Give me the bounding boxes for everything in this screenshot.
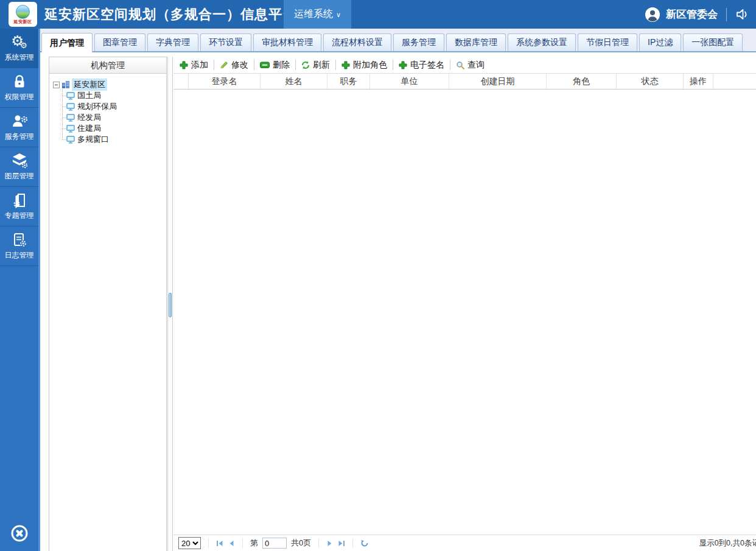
tab-process-materials[interactable]: 流程材料设置 — [323, 33, 391, 51]
tab-step-settings[interactable]: 环节设置 — [200, 33, 251, 51]
gears-icon: ⚙⚙ — [11, 34, 27, 50]
user-avatar-icon — [645, 7, 660, 23]
tab-ip-filter[interactable]: IP过滤 — [639, 33, 681, 51]
plus-cross-icon — [341, 61, 350, 69]
refresh-icon — [301, 61, 310, 69]
monitor-icon — [66, 114, 75, 122]
empty-table-body — [173, 89, 756, 535]
page-size-select[interactable]: 20 — [178, 537, 201, 549]
system-menu-label: 运维系统 — [294, 8, 333, 21]
sidebar-item-service-management[interactable]: 服务管理 — [0, 108, 38, 147]
sidebar-item-permission-management[interactable]: 权限管理 — [0, 68, 38, 108]
column-header: 姓名 — [261, 74, 327, 89]
pagination-bar: 20 第 共0页 显示0到0,共0条记 — [173, 535, 756, 551]
monitor-icon — [66, 103, 75, 111]
column-header: 职务 — [327, 74, 370, 89]
query-button[interactable]: 查询 — [456, 60, 485, 71]
panel-gear-icon — [12, 192, 27, 208]
reload-icon[interactable] — [360, 539, 369, 547]
org-tree-panel: 机构管理 延安新区 国土局 规划环保局 — [49, 57, 167, 551]
system-menu-button[interactable]: 运维系统 ∨ — [284, 0, 351, 29]
tab-service-management[interactable]: 服务管理 — [393, 33, 444, 51]
tree-panel-title: 机构管理 — [49, 57, 166, 74]
first-page-button[interactable] — [216, 540, 223, 547]
tree-root-node[interactable]: 延安新区 — [53, 79, 163, 90]
circle-cross-icon — [10, 524, 29, 543]
column-header: 单位 — [370, 74, 449, 89]
building-icon — [61, 80, 70, 89]
toolbar: 添加 修改 删除 刷新 附加角色 电子签名 查询 — [173, 57, 756, 74]
lock-icon — [12, 74, 27, 89]
sidebar-item-layer-management[interactable]: 图层管理 — [0, 147, 38, 187]
tab-seal-management[interactable]: 图章管理 — [94, 33, 145, 51]
page-label-prefix: 第 — [250, 538, 258, 549]
tree-node[interactable]: 多规窗口 — [60, 134, 163, 145]
tabbar: 用户管理 图章管理 字典管理 环节设置 审批材料管理 流程材料设置 服务管理 数… — [40, 29, 756, 52]
monitor-icon — [66, 136, 75, 144]
column-header: 状态 — [617, 74, 684, 89]
sidebar: ⚙⚙ 系统管理 权限管理 服务管理 — [0, 29, 40, 551]
column-header: 角色 — [547, 74, 617, 89]
edit-button[interactable]: 修改 — [220, 60, 248, 71]
search-icon — [456, 61, 464, 69]
speaker-icon[interactable] — [735, 8, 750, 21]
tab-system-params[interactable]: 系统参数设置 — [508, 33, 576, 51]
layers-icon — [11, 153, 28, 169]
column-header: 创建日期 — [449, 74, 547, 89]
tab-dictionary-management[interactable]: 字典管理 — [147, 33, 198, 51]
plus-cross-icon — [180, 61, 188, 69]
tree-node[interactable]: 住建局 — [60, 123, 163, 134]
chevron-down-icon: ∨ — [336, 11, 341, 19]
plus-cross-icon — [399, 61, 407, 69]
main-panel: 添加 修改 删除 刷新 附加角色 电子签名 查询 — [173, 57, 756, 551]
tab-holiday-management[interactable]: 节假日管理 — [578, 33, 637, 51]
logo-text: 延安新区 — [14, 19, 32, 24]
checkbox-column-header — [173, 74, 189, 89]
column-header-filler — [713, 74, 756, 89]
user-name[interactable]: 新区管委会 — [666, 7, 718, 21]
refresh-button[interactable]: 刷新 — [301, 60, 330, 71]
monitor-icon — [66, 92, 75, 100]
grid-header: 登录名 姓名 职务 单位 创建日期 角色 状态 操作 — [173, 74, 756, 89]
prev-page-button[interactable] — [228, 540, 235, 547]
delete-button[interactable]: 删除 — [260, 60, 290, 71]
tab-database-management[interactable]: 数据库管理 — [446, 33, 506, 51]
tree-root-label[interactable]: 延安新区 — [72, 79, 107, 91]
tab-approval-materials[interactable]: 审批材料管理 — [253, 33, 321, 51]
add-button[interactable]: 添加 — [180, 60, 208, 71]
tree-collapse-toggle[interactable] — [53, 82, 60, 88]
tab-user-management[interactable]: 用户管理 — [41, 33, 93, 52]
log-gear-icon — [12, 232, 27, 248]
tree-node[interactable]: 规划环保局 — [60, 101, 163, 112]
next-page-button[interactable] — [326, 540, 334, 547]
splitter-handle[interactable] — [169, 293, 172, 317]
app-logo: 延安新区 — [9, 2, 37, 27]
app-title: 延安新区空间规划（多规合一）信息平台 — [44, 5, 296, 24]
user-gear-icon — [11, 113, 28, 129]
panel-splitter — [167, 57, 173, 551]
tree-node[interactable]: 国土局 — [60, 90, 163, 101]
attach-role-button[interactable]: 附加角色 — [341, 60, 387, 71]
tab-onemap-config[interactable]: 一张图配置 — [683, 33, 743, 51]
sidebar-item-log-management[interactable]: 日志管理 — [0, 226, 38, 266]
sidebar-bottom-button[interactable] — [0, 524, 38, 543]
logo-emblem-icon — [16, 5, 30, 19]
header-divider — [726, 8, 727, 21]
esign-button[interactable]: 电子签名 — [399, 60, 444, 71]
monitor-icon — [66, 125, 75, 133]
pencil-icon — [220, 61, 228, 69]
top-header: 延安新区 延安新区空间规划（多规合一）信息平台 运维系统 ∨ 新区管委会 — [0, 0, 756, 29]
column-header: 登录名 — [189, 74, 261, 89]
page-number-input[interactable] — [262, 538, 287, 549]
sidebar-item-topic-management[interactable]: 专题管理 — [0, 187, 38, 226]
column-header: 操作 — [684, 74, 713, 89]
sidebar-item-system-management[interactable]: ⚙⚙ 系统管理 — [0, 29, 38, 68]
pagination-summary: 显示0到0,共0条记 — [699, 538, 756, 549]
last-page-button[interactable] — [338, 540, 345, 547]
minus-card-icon — [260, 61, 270, 69]
total-pages-label: 共0页 — [291, 538, 311, 549]
tree-node[interactable]: 经发局 — [60, 112, 163, 123]
